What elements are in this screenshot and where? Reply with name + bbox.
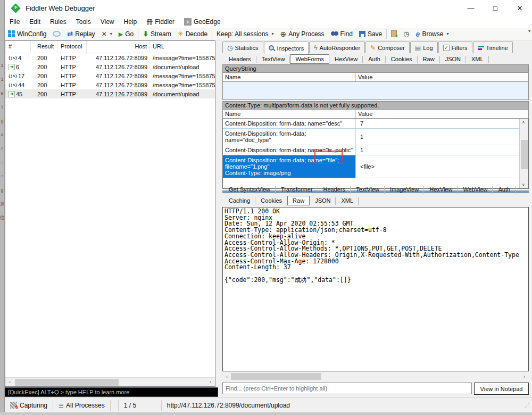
toolbar-overflow-chevron[interactable]: ▾ xyxy=(528,29,530,34)
response-subtab[interactable]: Auth xyxy=(493,185,516,194)
column-header-number[interactable]: # xyxy=(5,41,31,53)
formdata-row[interactable]: Content-Disposition: form-data; name="de… xyxy=(223,119,528,129)
response-subtab[interactable]: Caching xyxy=(223,196,255,205)
inspector-tab[interactable]: Timeline xyxy=(473,42,513,53)
menu-item[interactable]: Help xyxy=(119,17,142,27)
request-subtab[interactable]: Auth xyxy=(363,54,386,64)
any-process-button[interactable]: Any Process xyxy=(277,28,327,40)
menu-bar: File Edit Rules Tools xyxy=(5,16,532,28)
quickexec-bar[interactable]: [QuickExec] ALT+Q > type HELP to learn m… xyxy=(5,387,218,397)
response-hscrollbar[interactable]: ‹ › xyxy=(222,372,529,381)
inspector-tab[interactable]: Filters xyxy=(438,42,472,53)
inspector-tab[interactable]: Log xyxy=(410,42,438,53)
querystring-section-header: QueryString xyxy=(222,64,529,72)
winconfig-button[interactable]: WinConfig xyxy=(5,28,49,40)
menu-item[interactable]: File xyxy=(5,17,24,27)
view-in-notepad-button[interactable]: View in Notepad xyxy=(474,383,529,395)
response-subtab[interactable]: ImageView xyxy=(385,185,424,194)
formdata-name-header[interactable]: Name xyxy=(223,110,356,118)
menu-item[interactable]: GeoEdge xyxy=(179,17,226,27)
querystring-name-header[interactable]: Name xyxy=(223,73,356,81)
inspector-tab[interactable]: Composer xyxy=(365,42,410,53)
vertical-splitter[interactable] xyxy=(215,40,222,387)
formdata-row[interactable]: Content-Disposition: form-data; name="is… xyxy=(223,145,528,155)
session-row[interactable]: 44 200 HTTP 47.112.126.72:8099 /message?… xyxy=(5,80,215,89)
session-row[interactable]: 6 200 HTTP 47.112.126.72:8099 /document/… xyxy=(5,62,215,71)
find-input[interactable] xyxy=(222,383,472,394)
selected-session-url: http://47.112.126.72:8099/document/uploa… xyxy=(162,402,525,409)
response-subtab[interactable]: Headers xyxy=(318,185,351,194)
capturing-indicator[interactable]: Capturing xyxy=(5,402,53,409)
formdata-value-header[interactable]: Value xyxy=(356,110,528,118)
scroll-up-arrow[interactable]: ∧ xyxy=(522,120,525,124)
raw-response-view[interactable]: HTTP/1.1 200 OK Server: nginx Date: Sun,… xyxy=(222,207,529,371)
session-row[interactable]: 45 200 HTTP 47.112.126.72:8099 /document… xyxy=(5,89,215,98)
inspector-tab[interactable]: Inspectors xyxy=(264,42,309,54)
screenshot-button[interactable] xyxy=(388,28,400,40)
response-subtab[interactable]: TextView xyxy=(351,185,385,194)
response-subtab[interactable]: Raw xyxy=(287,196,310,205)
request-subtab[interactable]: Headers xyxy=(223,54,256,64)
session-row[interactable]: 4 200 HTTP 47.112.126.72:8099 /message?t… xyxy=(5,53,215,62)
go-button[interactable]: Go xyxy=(115,28,137,40)
menu-item[interactable]: Tools xyxy=(71,17,96,27)
column-header-url[interactable]: URL xyxy=(149,41,215,53)
timer-button[interactable] xyxy=(400,28,412,40)
request-subtab[interactable]: JSON xyxy=(440,54,466,64)
request-subtab[interactable]: XML xyxy=(466,54,489,64)
session-row[interactable]: 17 200 HTTP 47.112.126.72:8099 /message?… xyxy=(5,71,215,80)
close-button[interactable]: ✕ xyxy=(508,0,532,16)
minimize-button[interactable]: — xyxy=(459,0,483,16)
replay-button[interactable]: Replay xyxy=(64,28,98,40)
response-subtab[interactable]: Get SyntaxView xyxy=(223,185,276,194)
column-header-result[interactable]: Result xyxy=(31,41,57,53)
session-protocol: HTTP xyxy=(57,80,87,89)
request-subtab[interactable]: TextView xyxy=(256,54,290,64)
formdata-row[interactable]: Content-Disposition: form-data; name="fi… xyxy=(223,155,528,178)
request-subtab-label: Auth xyxy=(368,56,380,62)
menu-item[interactable]: View xyxy=(96,17,119,27)
session-list-hscrollbar[interactable]: ‹ › xyxy=(5,377,215,386)
browse-button[interactable]: e Browse ▾ xyxy=(413,28,452,40)
scroll-left-arrow[interactable]: ‹ xyxy=(222,374,231,379)
request-subtab[interactable]: HexView xyxy=(329,54,363,64)
response-subtab[interactable]: Cookies xyxy=(255,196,287,205)
scrollbar-thumb[interactable] xyxy=(15,379,119,386)
menu-item[interactable]: Fiddler xyxy=(142,16,179,28)
inspector-tab-icon xyxy=(269,45,275,52)
scroll-right-arrow[interactable]: › xyxy=(206,379,215,385)
formdata-row-value: 1 xyxy=(356,145,528,155)
response-subtab[interactable]: Transformer xyxy=(276,185,318,194)
maximize-button[interactable]: □ xyxy=(483,0,508,16)
save-button[interactable]: Save xyxy=(356,28,385,40)
decode-button[interactable]: Decode xyxy=(174,28,211,40)
find-button[interactable]: Find xyxy=(328,28,356,40)
process-filter[interactable]: All Processes xyxy=(53,402,110,409)
scrollbar-thumb[interactable] xyxy=(521,140,528,169)
stream-button[interactable]: Stream xyxy=(139,28,174,40)
request-subtab[interactable]: WebForms xyxy=(290,54,329,64)
formdata-vscrollbar[interactable]: ∧ ∨ xyxy=(519,119,528,188)
resize-grip[interactable]: ⋰ xyxy=(525,402,532,408)
request-subtab[interactable]: Raw xyxy=(418,54,440,64)
querystring-value-header[interactable]: Value xyxy=(356,73,528,81)
scrollbar-thumb[interactable] xyxy=(231,373,321,380)
request-subtab[interactable]: Cookies xyxy=(386,54,418,64)
comment-button[interactable] xyxy=(49,28,64,40)
formdata-row-value: 7 xyxy=(356,119,528,128)
keep-sessions-dropdown[interactable]: Keep: All sessions ▾ xyxy=(213,28,277,40)
scroll-left-arrow[interactable]: ‹ xyxy=(5,379,14,385)
response-subtab[interactable]: XML xyxy=(336,196,359,205)
response-subtab[interactable]: JSON xyxy=(310,196,336,205)
remove-sessions-button[interactable]: ▾ xyxy=(98,28,115,40)
inspector-tab[interactable]: Statistics xyxy=(222,42,263,53)
menu-item[interactable]: Edit xyxy=(24,17,45,27)
menu-item[interactable]: Rules xyxy=(45,17,71,27)
response-subtab[interactable]: WebView xyxy=(458,185,493,194)
column-header-host[interactable]: Host xyxy=(87,41,149,53)
column-header-protocol[interactable]: Protocol xyxy=(57,41,87,53)
scroll-right-arrow[interactable]: › xyxy=(520,374,529,379)
formdata-row[interactable]: Content-Disposition: form-data; name="do… xyxy=(223,129,528,145)
inspector-tab[interactable]: AutoResponder xyxy=(309,42,365,53)
response-subtab[interactable]: HexView xyxy=(424,185,458,194)
